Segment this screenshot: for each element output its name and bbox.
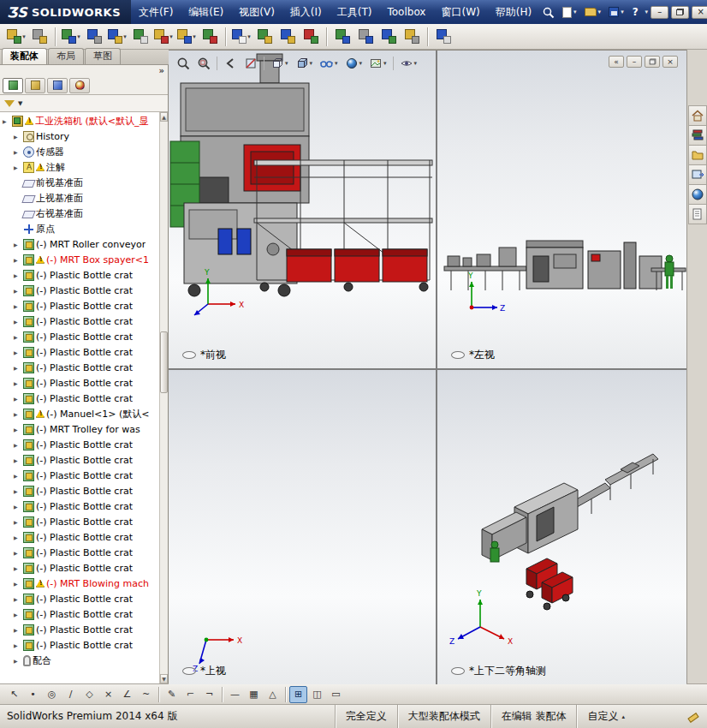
assembly-features-icon[interactable]: ▾: [152, 26, 175, 48]
convert-entities-icon[interactable]: △: [264, 686, 282, 703]
tree-item[interactable]: ▶(-) MRT Roller conveyor: [1, 236, 159, 252]
scrollbar-track[interactable]: [160, 122, 168, 674]
previous-view-button[interactable]: [221, 55, 240, 72]
tree-item[interactable]: ▶(-) Plastic Bottle crat: [1, 283, 159, 298]
minimize-button[interactable]: –: [651, 6, 668, 19]
expand-arrow-icon[interactable]: ▶: [14, 149, 21, 155]
search-icon[interactable]: [539, 4, 557, 21]
viewport-top[interactable]: X Z *上视: [169, 370, 436, 684]
tree-item[interactable]: ▶(-) Plastic Bottle crat: [1, 606, 159, 622]
expand-arrow-icon[interactable]: ▶: [14, 442, 21, 448]
new-motion-study-icon[interactable]: [199, 26, 221, 48]
new-document-button[interactable]: ▾: [560, 5, 579, 20]
linear-component-pattern-icon[interactable]: ▾: [60, 26, 82, 48]
tree-item[interactable]: ▶(-) MRT Box spayer<1: [1, 252, 159, 267]
expand-arrow-icon[interactable]: ▶: [14, 288, 21, 294]
expand-arrow-icon[interactable]: ▶: [14, 534, 21, 540]
bill-of-materials-icon[interactable]: ▾: [230, 26, 253, 48]
tree-item[interactable]: ▶(-) Plastic Bottle crat: [1, 468, 159, 483]
expand-arrow-icon[interactable]: ▶: [14, 396, 21, 402]
two-view-icon[interactable]: ◫: [308, 686, 326, 703]
tree-filter-bar[interactable]: ▼: [0, 95, 168, 112]
displaymanager-tab[interactable]: [69, 78, 90, 93]
expand-arrow-icon[interactable]: ▶: [14, 504, 21, 510]
viewport-front[interactable]: X Y *前视: [169, 51, 436, 368]
configurationmanager-tab[interactable]: [47, 78, 68, 93]
explode-line-sketch-icon[interactable]: [276, 26, 299, 48]
tree-item[interactable]: ▶(-) Plastic Bottle crat: [1, 637, 159, 653]
menu-item[interactable]: 帮助(H): [488, 0, 539, 24]
expand-arrow-icon[interactable]: ▶: [14, 473, 21, 479]
design-library-icon[interactable]: [688, 125, 707, 146]
expand-arrow-icon[interactable]: ▶: [3, 118, 10, 124]
tree-item[interactable]: ▶(-) Plastic Bottle crat: [1, 545, 159, 560]
zoom-to-area-button[interactable]: [194, 55, 213, 72]
menu-item[interactable]: 视图(V): [231, 0, 282, 24]
four-view-icon[interactable]: ⊞: [289, 686, 307, 703]
display-style-button[interactable]: ▾: [293, 55, 316, 72]
tree-item[interactable]: ▶(-) Plastic Bottle crat: [1, 329, 159, 344]
insert-components-icon[interactable]: ▾: [5, 26, 27, 48]
document-minimize-button[interactable]: –: [627, 56, 642, 68]
instant-3d-icon[interactable]: [432, 26, 454, 48]
expand-arrow-icon[interactable]: ▶: [14, 303, 21, 309]
save-button[interactable]: ▾: [606, 5, 627, 19]
tree-item[interactable]: ▶(-) Plastic Bottle crat: [1, 298, 159, 313]
performance-evaluation-icon[interactable]: [401, 26, 423, 48]
sketch-icon[interactable]: ✎: [163, 686, 181, 703]
view-settings-button[interactable]: ▾: [397, 55, 420, 72]
previous-window-button[interactable]: «: [609, 56, 624, 68]
viewport-isometric[interactable]: Y X Z *上下二等角轴测: [437, 370, 686, 684]
expand-arrow-icon[interactable]: ▶: [14, 488, 21, 494]
circle-icon[interactable]: ◎: [43, 686, 61, 703]
expand-arrow-icon[interactable]: ▶: [14, 519, 21, 525]
filter-caret-icon[interactable]: ▼: [18, 100, 22, 107]
expand-arrow-icon[interactable]: ▶: [14, 457, 21, 463]
tree-item[interactable]: 上视基准面: [1, 190, 159, 206]
reference-geometry-icon[interactable]: ▾: [175, 26, 198, 48]
status-custom-dropdown[interactable]: 自定义 ▴: [576, 705, 635, 728]
tree-item[interactable]: ▶(-) Plastic Bottle crat: [1, 267, 159, 283]
menu-item[interactable]: Toolbox: [379, 0, 433, 24]
section-view-button[interactable]: [241, 55, 260, 72]
tree-item[interactable]: 前视基准面: [1, 175, 159, 190]
expand-arrow-icon[interactable]: ▶: [14, 349, 21, 355]
tree-item[interactable]: ▶(-) Plastic Bottle crat: [1, 375, 159, 391]
expand-arrow-icon[interactable]: ▶: [14, 642, 21, 648]
close-button[interactable]: ×: [692, 6, 707, 19]
menu-item[interactable]: 工具(T): [330, 0, 380, 24]
expand-arrow-icon[interactable]: ▶: [14, 164, 21, 170]
home-icon[interactable]: [688, 105, 707, 126]
sketch-point-icon[interactable]: •: [24, 686, 42, 703]
viewport-vertical-divider[interactable]: [436, 51, 437, 684]
smart-fasteners-icon[interactable]: [83, 26, 105, 48]
zoom-to-fit-button[interactable]: [174, 55, 193, 72]
view-orientation-button[interactable]: ▾: [268, 55, 291, 72]
exploded-view-icon[interactable]: [253, 26, 276, 48]
spline-icon[interactable]: ~: [137, 686, 155, 703]
menu-item[interactable]: 窗口(W): [433, 0, 487, 24]
offset-entities-icon[interactable]: ⌐: [181, 686, 199, 703]
help-dropdown-icon[interactable]: ▾: [645, 9, 649, 15]
commandmanager-tab[interactable]: 草图: [85, 48, 121, 64]
expand-arrow-icon[interactable]: ▶: [14, 612, 21, 618]
menu-item[interactable]: 插入(I): [282, 0, 330, 24]
clearance-verification-icon[interactable]: [331, 26, 354, 48]
smart-dimension-icon[interactable]: —: [226, 686, 244, 703]
commandmanager-tab[interactable]: 装配体: [2, 48, 47, 64]
custom-properties-icon[interactable]: [688, 204, 707, 224]
expand-arrow-icon[interactable]: ▶: [14, 550, 21, 556]
tree-item[interactable]: ▶(-) Plastic Bottle crat: [1, 391, 159, 406]
expand-arrow-icon[interactable]: ▶: [14, 596, 21, 602]
tree-item[interactable]: ▶(-) Plastic Bottle crat: [1, 344, 159, 360]
tree-item[interactable]: 右视基准面: [1, 206, 159, 221]
tree-item[interactable]: ▶(-) Plastic Bottle crat: [1, 452, 159, 468]
featuremanager-tab[interactable]: [3, 78, 23, 93]
tree-item[interactable]: ▶(-) Plastic Bottle crat: [1, 529, 159, 545]
expand-arrow-icon[interactable]: ▶: [14, 257, 21, 263]
show-hidden-components-icon[interactable]: [129, 26, 152, 48]
single-view-icon[interactable]: ▭: [327, 686, 345, 703]
interference-detection-icon[interactable]: [300, 26, 322, 48]
expand-arrow-icon[interactable]: ▶: [14, 319, 21, 325]
tree-item[interactable]: ▶(-) Plastic Bottle crat: [1, 313, 159, 329]
